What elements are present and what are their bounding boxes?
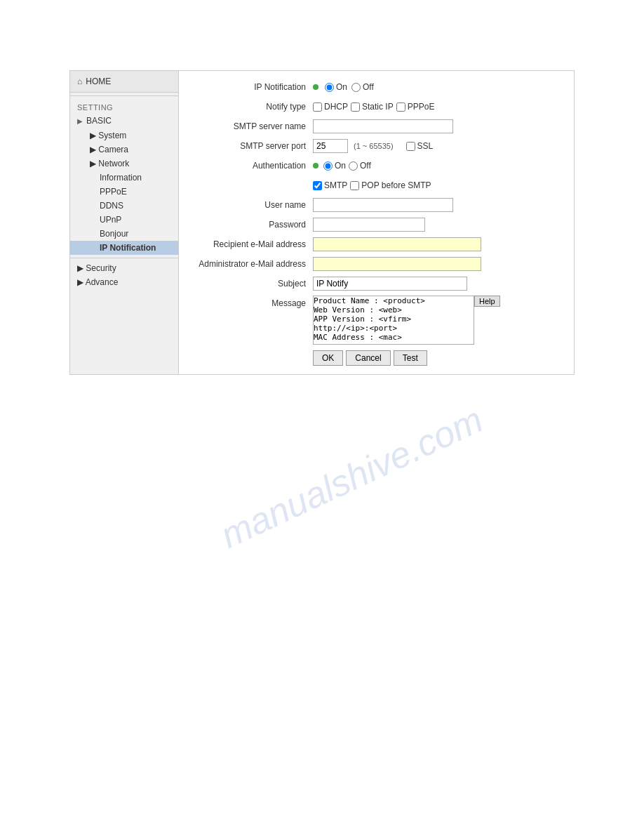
help-button[interactable]: Help — [474, 296, 500, 307]
admin-email-input[interactable] — [313, 257, 481, 271]
pppoe-checkbox-label[interactable]: PPPoE — [396, 102, 435, 112]
authentication-row: Authentication On Off — [190, 158, 563, 173]
ddns-label: DDNS — [100, 201, 123, 211]
sidebar-divider-1 — [70, 95, 178, 96]
sidebar-item-security[interactable]: ▶ Security — [70, 261, 178, 275]
sidebar-item-upnp[interactable]: UPnP — [70, 213, 178, 227]
sidebar-item-information[interactable]: Information — [70, 171, 178, 185]
advance-icon: ▶ — [77, 277, 83, 287]
smtp-server-port-label: SMTP server port — [190, 141, 313, 151]
bonjour-label: Bonjour — [100, 229, 128, 239]
sidebar-divider-2 — [70, 258, 178, 258]
notify-type-controls: DHCP Static IP PPPoE — [313, 102, 563, 112]
smtp-server-name-label: SMTP server name — [190, 121, 313, 131]
ok-button[interactable]: OK — [313, 350, 343, 366]
ip-notification-row: IP Notification On Off — [190, 79, 563, 95]
message-area: Product Name : <product> Web Version : <… — [313, 296, 500, 345]
sidebar: ⌂ HOME SETTING ▶ BASIC ▶ System ▶ Camera — [70, 71, 179, 374]
pop-before-smtp-checkbox-label[interactable]: POP before SMTP — [350, 180, 431, 190]
smtp-server-port-row: SMTP server port (1 ~ 65535) SSL — [190, 138, 563, 154]
ip-notification-controls: On Off — [313, 82, 563, 92]
ssl-checkbox-label[interactable]: SSL — [406, 141, 434, 151]
auth-on-indicator — [313, 163, 318, 168]
system-icon: ▶ — [90, 131, 96, 140]
subject-input[interactable] — [313, 277, 467, 291]
smtp-server-port-input[interactable] — [313, 139, 348, 153]
password-controls — [313, 218, 563, 232]
message-textarea[interactable]: Product Name : <product> Web Version : <… — [313, 296, 474, 345]
subject-row: Subject — [190, 276, 563, 291]
home-link[interactable]: ⌂ HOME — [70, 71, 178, 93]
security-label: Security — [86, 263, 116, 273]
dhcp-checkbox[interactable] — [313, 102, 322, 112]
ip-notification-field-label: IP Notification — [190, 82, 313, 92]
camera-label: Camera — [98, 145, 128, 154]
sidebar-item-basic[interactable]: ▶ BASIC — [70, 113, 178, 128]
static-ip-checkbox-label[interactable]: Static IP — [351, 102, 394, 112]
buttons-row: OK Cancel Test — [190, 350, 563, 366]
message-label: Message — [190, 296, 313, 308]
basic-icon: ▶ — [77, 117, 83, 125]
ip-notification-label: IP Notification — [100, 243, 156, 253]
security-icon: ▶ — [77, 263, 83, 273]
subject-controls — [313, 277, 563, 291]
ip-notification-on-radio[interactable] — [325, 83, 334, 92]
authentication-label: Authentication — [190, 161, 313, 171]
auth-off-radio[interactable] — [349, 161, 358, 171]
ip-notification-off-label[interactable]: Off — [351, 82, 374, 92]
sidebar-item-system[interactable]: ▶ System — [70, 128, 178, 143]
auth-off-label[interactable]: Off — [349, 161, 371, 171]
ip-notification-off-radio[interactable] — [351, 83, 361, 92]
auth-on-label[interactable]: On — [323, 161, 346, 171]
sidebar-item-network[interactable]: ▶ Network — [70, 157, 178, 171]
test-button[interactable]: Test — [394, 350, 427, 366]
smtp-server-name-input[interactable] — [313, 119, 453, 133]
camera-icon: ▶ — [90, 145, 96, 154]
pppoe-label: PPPoE — [100, 187, 127, 197]
sidebar-item-ddns[interactable]: DDNS — [70, 199, 178, 213]
message-row: Message Product Name : <product> Web Ver… — [190, 296, 563, 345]
user-name-controls — [313, 198, 563, 212]
pppoe-checkbox[interactable] — [396, 102, 405, 112]
notify-type-label: Notify type — [190, 102, 313, 112]
on-indicator — [313, 84, 318, 90]
admin-email-label: Administrator e-Mail address — [190, 259, 313, 269]
home-label: HOME — [86, 77, 111, 86]
recipient-email-row: Recipient e-Mail address — [190, 237, 563, 252]
static-ip-checkbox[interactable] — [351, 102, 360, 112]
smtp-checkbox[interactable] — [313, 181, 322, 190]
watermark: manualshive.com — [214, 398, 489, 556]
sidebar-item-ip-notification[interactable]: IP Notification — [70, 241, 178, 255]
recipient-email-input[interactable] — [313, 237, 481, 251]
admin-email-controls — [313, 257, 563, 271]
basic-label: BASIC — [86, 116, 112, 126]
network-icon: ▶ — [90, 159, 96, 168]
admin-email-row: Administrator e-Mail address — [190, 256, 563, 272]
user-name-input[interactable] — [313, 198, 453, 212]
smtp-server-name-row: SMTP server name — [190, 119, 563, 134]
subject-label: Subject — [190, 279, 313, 289]
information-label: Information — [100, 173, 142, 183]
smtp-type-row: SMTP POP before SMTP — [190, 178, 563, 193]
system-label: System — [98, 131, 126, 140]
smtp-checkbox-label[interactable]: SMTP — [313, 180, 347, 190]
upnp-label: UPnP — [100, 215, 121, 225]
ssl-checkbox[interactable] — [406, 142, 415, 151]
sidebar-item-pppoe[interactable]: PPPoE — [70, 185, 178, 199]
auth-on-radio[interactable] — [323, 161, 333, 171]
dhcp-checkbox-label[interactable]: DHCP — [313, 102, 348, 112]
ip-notification-on-label[interactable]: On — [325, 82, 347, 92]
smtp-type-controls: SMTP POP before SMTP — [313, 180, 563, 190]
port-range-text: (1 ~ 65535) — [354, 142, 394, 150]
cancel-button[interactable]: Cancel — [346, 350, 390, 366]
home-icon: ⌂ — [77, 77, 82, 86]
smtp-server-port-controls: (1 ~ 65535) SSL — [313, 139, 563, 153]
password-input[interactable] — [313, 218, 425, 232]
sidebar-item-camera[interactable]: ▶ Camera — [70, 143, 178, 157]
password-label: Password — [190, 220, 313, 230]
sidebar-item-bonjour[interactable]: Bonjour — [70, 227, 178, 241]
password-row: Password — [190, 217, 563, 232]
sidebar-item-advance[interactable]: ▶ Advance — [70, 275, 178, 289]
pop-before-smtp-checkbox[interactable] — [350, 181, 359, 190]
advance-label: Advance — [86, 277, 119, 287]
